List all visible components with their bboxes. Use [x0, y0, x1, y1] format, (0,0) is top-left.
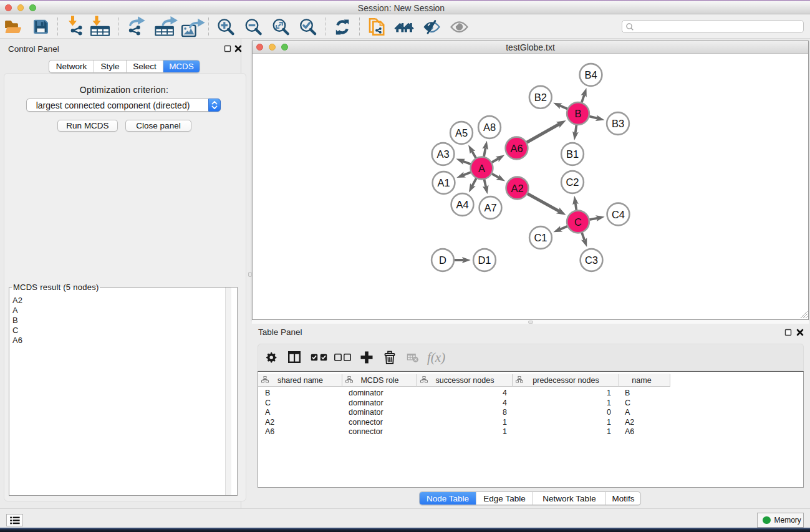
svg-text:C: C — [574, 216, 582, 228]
svg-text:C4: C4 — [612, 209, 625, 220]
svg-text:C2: C2 — [566, 177, 579, 188]
svg-text:A4: A4 — [456, 199, 468, 210]
svg-text:B2: B2 — [534, 92, 547, 103]
svg-text:D1: D1 — [478, 254, 491, 266]
svg-text:C1: C1 — [534, 232, 547, 243]
svg-text:D: D — [439, 254, 446, 266]
svg-text:A2: A2 — [511, 183, 523, 194]
svg-text:C3: C3 — [585, 254, 598, 266]
svg-text:B3: B3 — [612, 118, 624, 129]
svg-text:B1: B1 — [566, 148, 579, 160]
svg-text:A1: A1 — [437, 177, 450, 188]
svg-text:A7: A7 — [484, 202, 496, 213]
svg-text:B: B — [574, 108, 581, 119]
svg-text:A5: A5 — [455, 127, 468, 138]
svg-text:B4: B4 — [584, 69, 597, 80]
svg-text:A6: A6 — [510, 143, 523, 154]
svg-text:A3: A3 — [436, 148, 449, 160]
svg-text:A8: A8 — [483, 122, 496, 133]
svg-text:A: A — [478, 163, 485, 174]
